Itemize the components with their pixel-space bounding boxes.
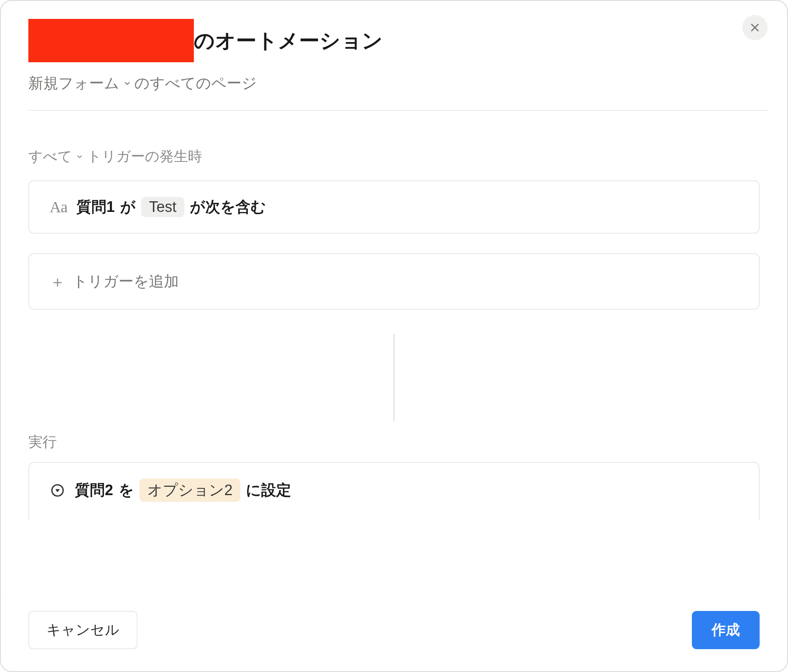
redacted-block [28, 19, 194, 62]
trigger-scope-dropdown[interactable]: すべて [28, 147, 83, 166]
trigger-field: 質問1 [76, 197, 115, 217]
plus-icon: ＋ [50, 274, 65, 290]
flow-connector-line [394, 334, 394, 421]
chevron-down-icon [123, 80, 131, 87]
select-property-icon [50, 483, 65, 498]
cancel-button[interactable]: キャンセル [28, 611, 138, 649]
automation-modal: のオートメーション 新規フォーム のすべてのページ すべて トリガーの発生時 [0, 0, 788, 672]
add-trigger-label: トリガーを追加 [72, 271, 179, 291]
modal-title-row: のオートメーション [28, 19, 760, 62]
triggers-section-header: すべて トリガーの発生時 [28, 147, 760, 166]
modal-header: のオートメーション 新規フォーム のすべてのページ [1, 1, 787, 93]
trigger-condition: 質問1が Test が次を含む [76, 197, 266, 217]
actions-section-heading: 実行 [28, 433, 760, 452]
modal-title-suffix: のオートメーション [194, 30, 383, 51]
create-button[interactable]: 作成 [692, 611, 760, 649]
trigger-particle-1: が [120, 197, 136, 217]
trigger-value-chip: Test [141, 197, 184, 217]
triggers-section: すべて トリガーの発生時 Aa 質問1が Test が次を含む ＋ トリガーを追… [1, 147, 787, 520]
add-trigger-button[interactable]: ＋ トリガーを追加 [28, 253, 760, 310]
trigger-condition-card[interactable]: Aa 質問1が Test が次を含む [28, 180, 760, 234]
connector-wrap [28, 334, 760, 421]
form-selector-suffix: のすべてのページ [134, 73, 257, 93]
close-button[interactable] [742, 15, 768, 40]
action-condition: 質問2を オプション2 に設定 [75, 479, 291, 502]
svg-marker-3 [55, 489, 59, 492]
modal-footer: キャンセル 作成 [1, 596, 787, 671]
header-divider [28, 110, 768, 111]
chevron-down-icon [76, 153, 83, 160]
form-selector-dropdown[interactable]: 新規フォーム [28, 73, 131, 93]
action-field: 質問2 [75, 480, 113, 500]
action-operator: に設定 [246, 480, 291, 500]
action-value-chip: オプション2 [139, 479, 240, 502]
trigger-operator: が次を含む [190, 197, 266, 217]
triggers-heading-suffix: トリガーの発生時 [87, 147, 202, 166]
form-selector-label: 新規フォーム [28, 73, 119, 93]
close-icon [749, 22, 760, 33]
text-property-icon: Aa [50, 198, 67, 216]
modal-subtitle: 新規フォーム のすべてのページ [28, 73, 760, 93]
trigger-scope-label: すべて [28, 147, 72, 166]
action-particle-1: を [119, 480, 134, 500]
action-card[interactable]: 質問2を オプション2 に設定 [28, 462, 760, 520]
